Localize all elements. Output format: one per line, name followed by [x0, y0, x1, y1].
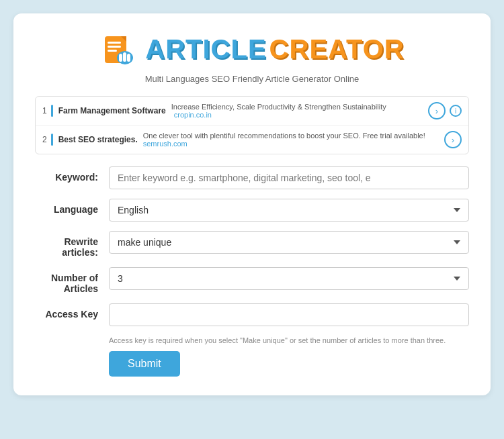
ad-desc-wrap-2: One clever tool with plentiful recommend…: [143, 132, 437, 148]
ad-title-1: Farm Management Software: [58, 106, 166, 115]
keyword-control: [109, 166, 469, 189]
number-row: Number of Articles 1 2 3 4 5: [35, 267, 469, 294]
svg-rect-6: [123, 52, 126, 62]
keyword-row: Keyword:: [35, 166, 469, 189]
ad-arrow-2[interactable]: ›: [444, 131, 462, 148]
rewrite-select[interactable]: make unique do not rewrite rewrite sligh…: [109, 231, 469, 254]
ad-row: 1 Farm Management Software Increase Effi…: [36, 97, 468, 126]
ad-domain-2: semrush.com: [143, 140, 437, 148]
logo-text: ARTICLE CREATOR: [145, 34, 404, 64]
svg-rect-5: [119, 54, 122, 62]
ad-arrow-1[interactable]: ›: [428, 102, 446, 119]
logo-article-text: ARTICLE: [145, 34, 266, 64]
ad-title-2: Best SEO strategies.: [58, 135, 138, 144]
ad-num-2: 2: [42, 135, 47, 144]
ad-row-2: 2 Best SEO strategies. One clever tool w…: [36, 126, 468, 154]
ad-info-icon[interactable]: i: [450, 105, 462, 117]
access-key-label: Access Key: [35, 303, 109, 320]
ad-desc-1: Increase Efficiency, Scale Productivity …: [171, 103, 421, 119]
language-select[interactable]: English French German Spanish Italian Po…: [109, 199, 469, 222]
svg-rect-2: [108, 46, 121, 48]
number-select[interactable]: 1 2 3 4 5: [109, 267, 469, 290]
keyword-input[interactable]: [109, 166, 469, 189]
access-key-row: Access Key: [35, 303, 469, 326]
main-card: ARTICLE CREATOR Multi Languages SEO Frie…: [13, 13, 491, 395]
svg-rect-3: [108, 50, 117, 52]
rewrite-label: Rewrite articles:: [35, 231, 109, 258]
keyword-label: Keyword:: [35, 166, 109, 183]
access-key-control: [109, 303, 469, 326]
ad-bar-2: [51, 134, 53, 146]
rewrite-row: Rewrite articles: make unique do not rew…: [35, 231, 469, 258]
form-section: Keyword: Language English French German …: [35, 166, 469, 377]
header: ARTICLE CREATOR Multi Languages SEO Frie…: [35, 30, 469, 84]
ad-bar-1: [51, 105, 53, 117]
language-label: Language: [35, 199, 109, 215]
ads-section: 1 Farm Management Software Increase Effi…: [35, 96, 469, 154]
logo-icon: [99, 30, 138, 68]
svg-rect-1: [108, 42, 121, 44]
rewrite-control: make unique do not rewrite rewrite sligh…: [109, 231, 469, 254]
ad-num-1: 1: [42, 106, 47, 115]
svg-rect-7: [127, 54, 130, 62]
submit-button[interactable]: Submit: [109, 351, 180, 377]
tagline: Multi Languages SEO Friendly Article Gen…: [145, 74, 360, 84]
language-row: Language English French German Spanish I…: [35, 199, 469, 222]
ad-desc-2: One clever tool with plentiful recommend…: [143, 132, 437, 140]
logo-creator-text: CREATOR: [269, 34, 405, 64]
number-label: Number of Articles: [35, 267, 109, 294]
number-control: 1 2 3 4 5: [109, 267, 469, 290]
logo-row: ARTICLE CREATOR: [99, 30, 404, 68]
access-key-note: Access key is required when you select "…: [109, 336, 469, 346]
language-control: English French German Spanish Italian Po…: [109, 199, 469, 222]
access-key-input[interactable]: [109, 303, 469, 326]
